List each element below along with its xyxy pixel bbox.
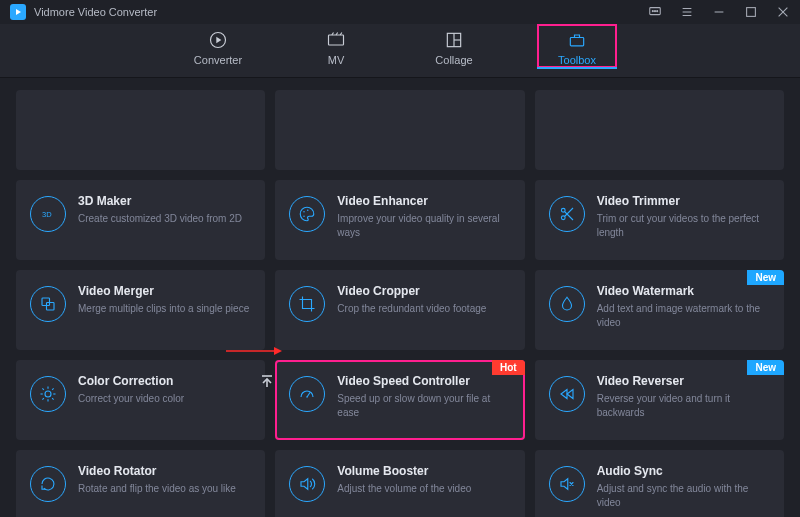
svg-line-34 — [52, 398, 54, 400]
svg-point-22 — [561, 208, 565, 212]
svg-text:3D: 3D — [42, 210, 52, 219]
tab-collage[interactable]: Collage — [419, 24, 489, 66]
tool-volume-booster[interactable]: Volume Booster Adjust the volume of the … — [275, 450, 524, 517]
tool-desc: Adjust the volume of the video — [337, 482, 510, 496]
svg-line-36 — [52, 388, 54, 390]
toolbox-content: 3D 3D Maker Create customized 3D video f… — [0, 78, 800, 517]
partial-card[interactable] — [16, 90, 265, 170]
svg-rect-13 — [329, 35, 344, 45]
menu-icon[interactable] — [680, 5, 694, 19]
tool-title: Video Reverser — [597, 374, 770, 388]
partial-row-top — [16, 90, 784, 170]
feedback-icon[interactable] — [648, 5, 662, 19]
tool-title: Video Speed Controller — [337, 374, 510, 388]
svg-line-25 — [564, 208, 572, 216]
app-title: Vidmore Video Converter — [34, 6, 157, 18]
tool-desc: Improve your video quality in several wa… — [337, 212, 510, 239]
window-controls — [648, 5, 790, 19]
mv-icon — [326, 30, 346, 50]
svg-marker-40 — [567, 390, 573, 399]
svg-point-28 — [45, 391, 51, 397]
tab-collage-label: Collage — [435, 54, 472, 66]
tool-title: Video Cropper — [337, 284, 510, 298]
svg-marker-42 — [561, 479, 568, 490]
converter-icon — [208, 30, 228, 50]
app-logo-icon — [10, 4, 26, 20]
tool-desc: Speed up or slow down your file at ease — [337, 392, 510, 419]
svg-point-3 — [657, 11, 658, 12]
svg-point-20 — [307, 210, 309, 212]
volume-icon — [289, 466, 325, 502]
tool-title: Video Trimmer — [597, 194, 770, 208]
merge-icon — [30, 286, 66, 322]
tool-video-watermark[interactable]: New Video Watermark Add text and image w… — [535, 270, 784, 350]
tool-desc: Create customized 3D video from 2D — [78, 212, 251, 226]
rotate-icon — [30, 466, 66, 502]
sun-icon — [30, 376, 66, 412]
svg-rect-26 — [42, 298, 50, 306]
tool-title: Color Correction — [78, 374, 251, 388]
tab-mv[interactable]: MV — [301, 24, 371, 66]
svg-point-38 — [307, 396, 309, 398]
tool-title: Volume Booster — [337, 464, 510, 478]
minimize-button[interactable] — [712, 5, 726, 19]
svg-point-2 — [654, 11, 655, 12]
tab-toolbox[interactable]: Toolbox — [537, 24, 617, 68]
tool-desc: Rotate and flip the video as you like — [78, 482, 251, 496]
svg-rect-8 — [747, 8, 756, 17]
tool-color-correction[interactable]: Color Correction Correct your video colo… — [16, 360, 265, 440]
close-button[interactable] — [776, 5, 790, 19]
audio-sync-icon — [549, 466, 585, 502]
tool-video-reverser[interactable]: New Video Reverser Reverse your video an… — [535, 360, 784, 440]
svg-point-1 — [652, 11, 653, 12]
tools-grid: 3D 3D Maker Create customized 3D video f… — [16, 180, 784, 517]
svg-rect-17 — [570, 38, 583, 46]
svg-point-21 — [304, 216, 306, 218]
tool-audio-sync[interactable]: Audio Sync Adjust and sync the audio wit… — [535, 450, 784, 517]
collage-icon — [444, 30, 464, 50]
partial-card[interactable] — [535, 90, 784, 170]
svg-marker-12 — [216, 37, 221, 44]
hot-badge: Hot — [492, 360, 525, 375]
tool-title: Audio Sync — [597, 464, 770, 478]
tool-desc: Add text and image watermark to the vide… — [597, 302, 770, 329]
new-badge: New — [747, 270, 784, 285]
svg-line-33 — [42, 388, 44, 390]
svg-point-23 — [561, 216, 565, 220]
tool-title: Video Enhancer — [337, 194, 510, 208]
rewind-icon — [549, 376, 585, 412]
new-badge: New — [747, 360, 784, 375]
tool-title: Video Watermark — [597, 284, 770, 298]
partial-card[interactable] — [275, 90, 524, 170]
tab-converter[interactable]: Converter — [183, 24, 253, 66]
tool-video-cropper[interactable]: Video Cropper Crop the redundant video f… — [275, 270, 524, 350]
maximize-button[interactable] — [744, 5, 758, 19]
tool-video-merger[interactable]: Video Merger Merge multiple clips into a… — [16, 270, 265, 350]
titlebar: Vidmore Video Converter — [0, 0, 800, 24]
scissors-icon — [549, 196, 585, 232]
tool-video-rotator[interactable]: Video Rotator Rotate and flip the video … — [16, 450, 265, 517]
tool-3d-maker[interactable]: 3D 3D Maker Create customized 3D video f… — [16, 180, 265, 260]
tab-converter-label: Converter — [194, 54, 242, 66]
tool-desc: Adjust and sync the audio with the video — [597, 482, 770, 509]
crop-icon — [289, 286, 325, 322]
svg-line-35 — [42, 398, 44, 400]
tool-desc: Correct your video color — [78, 392, 251, 406]
tool-title: Video Merger — [78, 284, 251, 298]
svg-point-19 — [304, 211, 306, 213]
tool-desc: Trim or cut your videos to the perfect l… — [597, 212, 770, 239]
svg-marker-41 — [301, 479, 308, 490]
scroll-to-top-button[interactable] — [258, 372, 276, 390]
svg-line-37 — [307, 393, 310, 398]
palette-icon — [289, 196, 325, 232]
droplet-icon — [549, 286, 585, 322]
tool-desc: Reverse your video and turn it backwards — [597, 392, 770, 419]
tool-title: Video Rotator — [78, 464, 251, 478]
tool-video-trimmer[interactable]: Video Trimmer Trim or cut your videos to… — [535, 180, 784, 260]
3d-icon: 3D — [30, 196, 66, 232]
toolbox-icon — [567, 30, 587, 50]
tool-desc: Crop the redundant video footage — [337, 302, 510, 316]
tool-video-enhancer[interactable]: Video Enhancer Improve your video qualit… — [275, 180, 524, 260]
gauge-icon — [289, 376, 325, 412]
tool-video-speed-controller[interactable]: Hot Video Speed Controller Speed up or s… — [275, 360, 524, 440]
